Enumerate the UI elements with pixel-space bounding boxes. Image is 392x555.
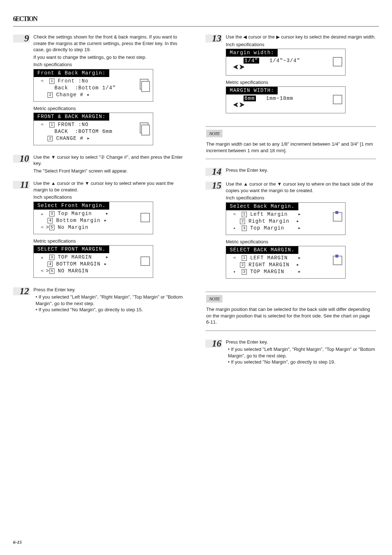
pages-icon <box>140 78 150 93</box>
lcd-line: LEFT MARGIN ▸ <box>250 255 301 261</box>
lcd-line: Right Margin ▸ <box>249 218 300 224</box>
step-number-box: 11 <box>13 181 30 189</box>
spec-label: Inch specifications <box>226 195 376 201</box>
step-12: 12 Press the Enter key. If you selected … <box>13 287 184 314</box>
spec-label: Inch specifications <box>226 41 376 48</box>
step-10: 10 Use the ▼ cursor key to select "② Cha… <box>13 154 184 175</box>
spec-label: Metric specifications <box>33 105 184 112</box>
lcd-display: Margin width: 1/4" 1/4"~3/4" ⮜⮞ <box>226 49 346 75</box>
lcd-line: Top Margin ▸ <box>58 211 109 216</box>
lcd-line: Front :No <box>58 78 89 84</box>
lcd-display: FRONT & BACK MARGIN: ➪ 1 FRONT :NO BACK … <box>33 113 153 145</box>
note-box: NOTE The margin width can be set to any … <box>205 126 376 159</box>
step-bullet: If you selected "No Margin", go directly… <box>36 307 184 313</box>
page-icon <box>332 55 342 69</box>
step-number-box: 14 <box>205 168 222 176</box>
step-number: 16 <box>212 337 221 350</box>
step-number-box: 16 <box>205 340 222 348</box>
lcd-title: SELECT FRONT MARGIN. <box>34 246 109 253</box>
step-text: Press the Enter key. <box>33 287 184 293</box>
step-text: Press the Enter key. <box>226 339 376 345</box>
lcd-range: 1mm~18mm <box>266 96 293 101</box>
left-column: 9 Check the settings shown for the front… <box>13 34 184 371</box>
lcd-line: BOTTOM MARGIN ▸ <box>56 261 107 267</box>
lcd-title: SELECT BACK MARGIN. <box>226 246 298 254</box>
step-number-box: 10 <box>13 155 30 163</box>
step-bullet: If you selected "Left Margin", "Right Ma… <box>228 346 376 359</box>
lcd-line: Top Margin ▸ <box>250 225 301 231</box>
lcd-line: BACK :BOTTOM 6mm <box>37 128 149 135</box>
lcd-display: Front & Back Margin: ➪ 1 Front :No Back … <box>33 69 153 102</box>
step-text: Use the ◀ cursor or the ▶ cursor key to … <box>226 34 376 40</box>
lcd-range: 1/4"~3/4" <box>269 58 300 64</box>
lcd-display: MARGIN WIDTH: 6mm 1mm~18mm ⮜⮞ <box>226 86 346 113</box>
right-column: 13 Use the ◀ cursor or the ▶ cursor key … <box>205 34 376 371</box>
spec-label: Inch specifications <box>33 194 184 200</box>
lcd-line: NO MARGIN <box>58 268 89 274</box>
note-label: NOTE <box>206 295 222 303</box>
stack-icon <box>332 211 342 226</box>
lcd-value: 1/4" <box>244 58 260 64</box>
step-13: 13 Use the ◀ cursor or the ▶ cursor key … <box>205 34 376 117</box>
step-bullet: If you selected "Left Margin", "Right Ma… <box>36 294 184 307</box>
lcd-line: Change # ▸ <box>56 92 90 98</box>
step-number: 15 <box>212 179 221 192</box>
step-number-box: 15 <box>205 182 222 190</box>
step-number: 13 <box>212 32 221 45</box>
lcd-line: No Margin <box>58 224 89 230</box>
lcd-line: TOP MARGIN ▸ <box>250 269 301 275</box>
step-number: 11 <box>20 178 29 191</box>
stack-icon <box>332 255 342 270</box>
pages-icon <box>140 122 150 136</box>
lcd-title: Select Front Margin. <box>34 202 109 210</box>
lcd-line: Back :Bottom 1/4" <box>37 85 149 92</box>
note-box: NOTE The margin position that can be sel… <box>205 292 376 331</box>
step-number-box: 12 <box>13 287 30 295</box>
step-bullet: If you selected "No Margin", go directly… <box>228 359 376 365</box>
lcd-title: Select Back Margin. <box>226 203 298 210</box>
lcd-line: Left Margin ▸ <box>250 211 301 217</box>
spec-label: Metric specifications <box>226 79 376 86</box>
lcd-line: RIGHT MARGIN ▸ <box>249 262 300 268</box>
step-text: Use the ▼ cursor key to select "② Change… <box>33 154 184 167</box>
lcd-display: Select Back Margin. ➪ 1 Left Margin ▸ 2 … <box>226 202 346 235</box>
step-number: 10 <box>20 152 29 165</box>
note-text: The margin width can be set to any 1/8" … <box>206 141 375 154</box>
lcd-title: Margin width: <box>226 49 278 57</box>
lcd-title: Front & Back Margin: <box>34 69 109 77</box>
spec-label: Metric specifications <box>33 238 184 244</box>
step-text: Use the ▲ cursor or the ▼ cursor key to … <box>226 181 376 194</box>
step-number: 14 <box>212 165 221 178</box>
note-label: NOTE <box>206 130 222 138</box>
page-icon <box>140 254 150 269</box>
step-text: The "Select Front Margin" screen will ap… <box>33 168 184 174</box>
step-15: 15 Use the ▲ cursor or the ▼ cursor key … <box>205 181 376 282</box>
lcd-line: TOP MARGIN ▸ <box>58 254 109 260</box>
step-16: 16 Press the Enter key. If you selected … <box>205 339 376 366</box>
step-number: 12 <box>20 285 29 297</box>
lcd-display: Select Front Margin. ▴ 3 Top Margin ▸ 4 … <box>33 202 153 234</box>
step-14: 14 Press the Enter key. <box>205 167 376 176</box>
lcd-title: MARGIN WIDTH: <box>226 87 278 94</box>
lcd-line: FRONT :NO <box>58 122 89 127</box>
lcd-title: FRONT & BACK MARGIN: <box>34 113 109 121</box>
step-number: 9 <box>24 32 29 45</box>
section-header: 6ECTION <box>13 15 379 23</box>
lcd-display: SELECT FRONT MARGIN. ▴ 3 TOP MARGIN ▸ 4 … <box>33 245 153 278</box>
step-text: If you want to change the settings, go t… <box>33 54 184 61</box>
step-number-box: 13 <box>205 35 222 42</box>
step-text: Use the ▲ cursor or the ▼ cursor key to … <box>33 180 184 193</box>
step-number-box: 9 <box>13 35 30 42</box>
step-text: Press the Enter key. <box>226 167 376 174</box>
page-icon <box>332 93 342 107</box>
step-text: Check the settings shown for the front &… <box>33 34 184 53</box>
spec-label: Inch specifications <box>33 61 184 68</box>
section-divider <box>13 26 379 27</box>
lcd-line: Bottom Margin ▸ <box>56 218 107 223</box>
step-11: 11 Use the ▲ cursor or the ▼ cursor key … <box>13 180 184 281</box>
spec-label: Metric specifications <box>226 239 376 245</box>
lcd-line: CHANGE # ▸ <box>56 135 90 141</box>
page-icon <box>140 211 150 225</box>
lcd-display: SELECT BACK MARGIN. ➪ 1 LEFT MARGIN ▸ 2 … <box>226 246 346 279</box>
step-9: 9 Check the settings shown for the front… <box>13 34 184 149</box>
